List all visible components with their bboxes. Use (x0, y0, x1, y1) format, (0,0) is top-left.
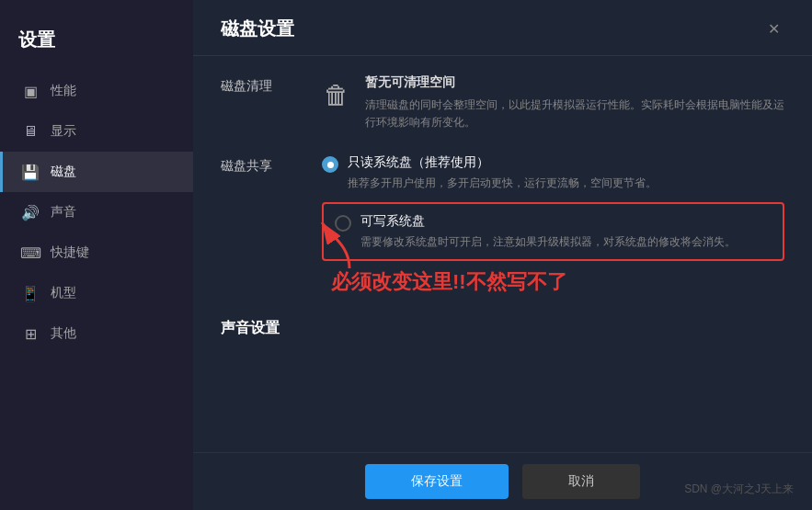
sidebar-item-model[interactable]: 📱 机型 (0, 273, 193, 313)
shortcuts-icon: ⌨ (21, 244, 40, 262)
disk-clean-box: 🗑 暂无可清理空间 清理磁盘的同时会整理空间，以此提升模拟器运行性能。实际耗时会… (322, 74, 784, 131)
sound-section-title: 声音设置 (221, 319, 784, 338)
sidebar-item-label: 机型 (51, 285, 76, 301)
writable-desc: 需要修改系统盘时可开启，注意如果升级模拟器，对系统盘的修改将会消失。 (360, 233, 736, 250)
sidebar-item-other[interactable]: ⊞ 其他 (0, 313, 193, 354)
sidebar-item-label: 其他 (51, 325, 76, 342)
disk-clean-title: 暂无可清理空间 (365, 74, 784, 91)
trash-icon: 🗑 (322, 76, 351, 113)
disk-clean-label: 磁盘清理 (221, 74, 294, 131)
main-panel: 磁盘设置 ✕ 磁盘清理 🗑 暂无可清理空间 清理磁盘的同时会整理空间，以此提升模… (193, 0, 812, 510)
sidebar-item-label: 磁盘 (51, 164, 76, 180)
save-button[interactable]: 保存设置 (365, 464, 509, 499)
disk-clean-text: 暂无可清理空间 清理磁盘的同时会整理空间，以此提升模拟器运行性能。实际耗时会根据… (365, 74, 784, 131)
model-icon: 📱 (21, 284, 40, 302)
radio-writable[interactable]: 可写系统盘 需要修改系统盘时可开启，注意如果升级模拟器，对系统盘的修改将会消失。 (335, 213, 772, 250)
sidebar-item-label: 声音 (51, 204, 76, 221)
disk-clean-content: 🗑 暂无可清理空间 清理磁盘的同时会整理空间，以此提升模拟器运行性能。实际耗时会… (322, 74, 784, 131)
disk-share-content: 只读系统盘（推荐使用） 推荐多开用户使用，多开启动更快，运行更流畅，空间更节省。… (322, 154, 784, 296)
sidebar-item-shortcuts[interactable]: ⌨ 快捷键 (0, 232, 193, 273)
watermark: SDN @大河之J天上来 (684, 482, 794, 497)
disk-clean-desc: 清理磁盘的同时会整理空间，以此提升模拟器运行性能。实际耗时会根据电脑性能及运行环… (365, 96, 784, 131)
radio-readonly[interactable]: 只读系统盘（推荐使用） 推荐多开用户使用，多开启动更快，运行更流畅，空间更节省。 (322, 154, 784, 191)
page-title: 磁盘设置 (221, 17, 294, 41)
sidebar-item-label: 显示 (51, 123, 76, 140)
sidebar-item-disk[interactable]: 💾 磁盘 (0, 152, 193, 192)
sidebar-item-display[interactable]: 🖥 显示 (0, 111, 193, 152)
performance-icon: ▣ (21, 82, 40, 100)
sidebar-item-performance[interactable]: ▣ 性能 (0, 71, 193, 111)
disk-share-section: 磁盘共享 只读系统盘（推荐使用） 推荐多开用户使用，多开启动更快，运行更流畅，空… (221, 154, 784, 296)
sidebar-item-sound[interactable]: 🔊 声音 (0, 192, 193, 232)
disk-share-label: 磁盘共享 (221, 154, 294, 296)
radio-circle-readonly[interactable] (322, 156, 338, 173)
arrow-annotation: 必须改变这里!!不然写不了 (322, 268, 784, 296)
cancel-button[interactable]: 取消 (522, 464, 640, 499)
readonly-desc: 推荐多开用户使用，多开启动更快，运行更流畅，空间更节省。 (348, 175, 657, 191)
arrow-icon (313, 218, 386, 273)
close-button[interactable]: ✕ (762, 18, 784, 40)
main-header: 磁盘设置 ✕ (193, 0, 812, 56)
other-icon: ⊞ (21, 324, 40, 343)
main-body: 磁盘清理 🗑 暂无可清理空间 清理磁盘的同时会整理空间，以此提升模拟器运行性能。… (193, 56, 812, 452)
disk-clean-section: 磁盘清理 🗑 暂无可清理空间 清理磁盘的同时会整理空间，以此提升模拟器运行性能。… (221, 74, 784, 131)
radio-writable-text: 可写系统盘 需要修改系统盘时可开启，注意如果升级模拟器，对系统盘的修改将会消失。 (360, 213, 736, 250)
sidebar: 设置 ▣ 性能 🖥 显示 💾 磁盘 🔊 声音 ⌨ 快捷键 📱 机型 ⊞ 其他 (0, 0, 193, 510)
sidebar-item-label: 性能 (51, 83, 76, 99)
sidebar-item-label: 快捷键 (51, 244, 89, 261)
readonly-title: 只读系统盘（推荐使用） (348, 154, 657, 171)
annotation-text: 必须改变这里!!不然写不了 (322, 268, 784, 296)
sidebar-title: 设置 (0, 18, 193, 71)
footer: 保存设置 取消 SDN @大河之J天上来 (193, 452, 812, 510)
sound-icon: 🔊 (21, 203, 40, 221)
writable-title: 可写系统盘 (360, 213, 736, 230)
red-highlight-box: 可写系统盘 需要修改系统盘时可开启，注意如果升级模拟器，对系统盘的修改将会消失。 (322, 202, 784, 261)
radio-readonly-text: 只读系统盘（推荐使用） 推荐多开用户使用，多开启动更快，运行更流畅，空间更节省。 (348, 154, 657, 191)
display-icon: 🖥 (21, 122, 40, 141)
disk-icon: 💾 (21, 163, 40, 181)
